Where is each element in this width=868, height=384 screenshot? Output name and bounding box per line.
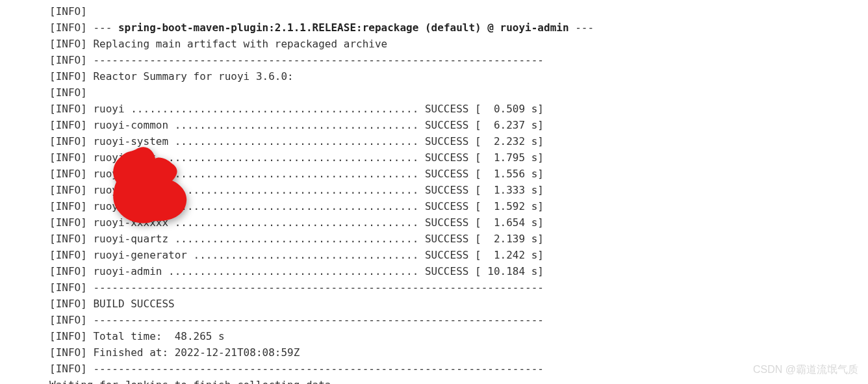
maven-plugin-header: spring-boot-maven-plugin:2.1.1.RELEASE:r… <box>118 21 569 34</box>
console-line: [INFO] ruoyi-system ....................… <box>49 133 868 149</box>
console-line: [INFO] ---------------------------------… <box>49 312 868 328</box>
console-line: [INFO] ruoyi-xxxxx .....................… <box>49 166 868 182</box>
console-line: [INFO] <box>49 3 868 19</box>
console-line: [INFO] --- spring-boot-maven-plugin:2.1.… <box>49 19 868 36</box>
console-line: [INFO] ruoyi-admin .....................… <box>49 263 868 279</box>
watermark: CSDN @霸道流氓气质 <box>753 361 858 378</box>
build-console-output: [INFO][INFO] --- spring-boot-maven-plugi… <box>0 0 868 384</box>
console-line: [INFO] Reactor Summary for ruoyi 3.6.0: <box>49 68 868 84</box>
console-line: [INFO] ruoyi-xxxxxx ....................… <box>49 214 868 231</box>
console-line: [INFO] ruoyi-generator .................… <box>49 247 868 263</box>
console-line: [INFO] BUILD SUCCESS <box>49 296 868 312</box>
console-line: [INFO] Replacing main artifact with repa… <box>49 36 868 52</box>
console-line: [INFO] ruoyi ...........................… <box>49 101 868 117</box>
console-line: [INFO] ruoyi-xxxx ......................… <box>49 149 868 166</box>
console-line: [INFO] ruoyi-xxxxxx ....................… <box>49 182 868 198</box>
console-line: Waiting for Jenkins to finish collecting… <box>49 377 868 384</box>
console-line: [INFO] Finished at: 2022-12-21T08:08:59Z <box>49 344 868 361</box>
console-line: [INFO] ---------------------------------… <box>49 279 868 296</box>
console-line: [INFO] ruoyi-quartz ....................… <box>49 231 868 247</box>
console-line: [INFO] ---------------------------------… <box>49 361 868 377</box>
console-line: [INFO] ---------------------------------… <box>49 52 868 68</box>
console-line: [INFO] ruoyi-common ....................… <box>49 117 868 133</box>
console-line: [INFO] Total time: 48.265 s <box>49 328 868 344</box>
console-line: [INFO] ruoyi-xxxxxxx ...................… <box>49 198 868 214</box>
console-line: [INFO] <box>49 84 868 101</box>
